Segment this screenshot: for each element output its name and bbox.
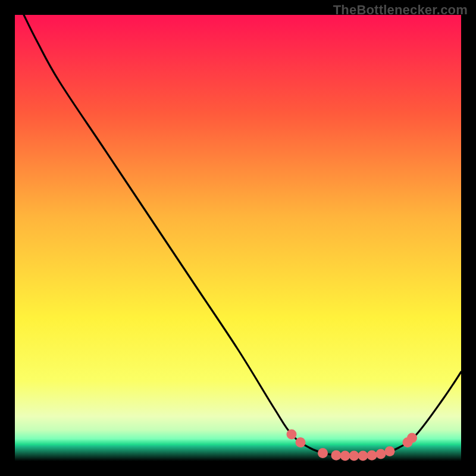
curve-marker <box>349 451 359 461</box>
curve-marker <box>318 448 328 458</box>
curve-marker <box>376 449 386 459</box>
curve-marker <box>385 446 395 456</box>
curve-marker <box>358 451 368 461</box>
curve-marker <box>407 433 417 443</box>
curve-marker <box>296 437 306 447</box>
curve-marker <box>287 430 297 440</box>
curve-marker <box>331 450 342 461</box>
plot-area <box>15 15 461 461</box>
gradient-background <box>15 15 461 461</box>
curve-marker <box>367 450 377 461</box>
curve-marker <box>340 451 350 461</box>
chart-svg <box>15 15 461 461</box>
chart-frame: TheBottlenecker.com <box>0 0 476 476</box>
